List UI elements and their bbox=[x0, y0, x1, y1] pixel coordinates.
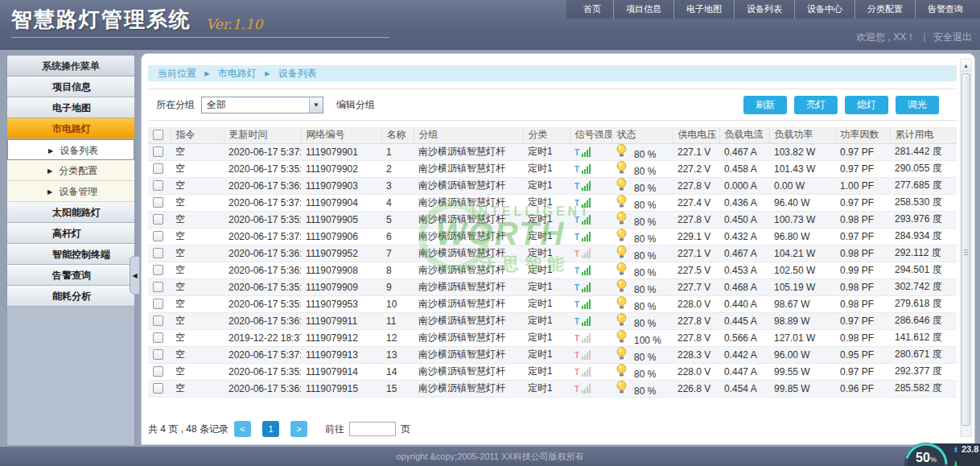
cell-power: 127.01 W bbox=[769, 329, 835, 346]
row-checkbox[interactable] bbox=[153, 299, 163, 309]
signal-bar bbox=[582, 357, 583, 360]
table-row: 空2020-06-17 5:35:4611190799055南沙横沥镇智慧灯杆定… bbox=[148, 211, 957, 228]
cell-time: 2020-06-17 5:35:46 bbox=[224, 211, 301, 228]
row-checkbox[interactable] bbox=[153, 366, 163, 377]
cell-net: 1119079912 bbox=[301, 329, 381, 346]
cell-energy: 141.612 度 bbox=[890, 329, 957, 346]
welcome-divider: | bbox=[924, 31, 926, 43]
table-row: 空2020-06-17 5:36:4111190799088南沙横沥镇智慧灯杆定… bbox=[148, 262, 957, 278]
sidebar-subitem[interactable]: ▶设备列表 bbox=[7, 139, 134, 160]
cell-group: 南沙横沥镇智慧灯杆 bbox=[414, 245, 523, 262]
cell-pf: 0.95 PF bbox=[835, 346, 890, 363]
cell-name: 15 bbox=[381, 380, 414, 397]
cell-current: 0.440 A bbox=[719, 295, 769, 312]
brightness-value: 80 % bbox=[634, 166, 656, 177]
breadcrumb-level2[interactable]: 设备列表 bbox=[278, 68, 317, 79]
content-panel: 当前位置 ▶ 市电路灯 ▶ 设备列表 所在分组 全部 ▼ 编辑分组 刷新 亮灯 … bbox=[141, 53, 975, 445]
sidebar-item-label: 太阳能路灯 bbox=[52, 207, 101, 218]
refresh-button[interactable]: 刷新 bbox=[743, 96, 787, 114]
bulb-icon bbox=[616, 144, 627, 160]
sidebar-item[interactable]: 高杆灯 bbox=[7, 223, 134, 244]
group-select[interactable]: 全部 ▼ bbox=[201, 97, 323, 113]
cell-signal: T bbox=[570, 380, 611, 397]
sidebar-item[interactable]: 市电路灯 bbox=[7, 118, 134, 139]
row-checkbox[interactable] bbox=[153, 349, 163, 360]
scroll-up-arrow-icon[interactable]: ▲ bbox=[961, 60, 971, 72]
next-page-button[interactable]: > bbox=[290, 421, 307, 437]
signal-bar bbox=[582, 188, 583, 191]
nav-item[interactable]: 告警查询 bbox=[915, 0, 975, 19]
signal-bar bbox=[584, 389, 586, 394]
cell-net: 1119079904 bbox=[301, 194, 381, 211]
row-checkbox[interactable] bbox=[153, 265, 163, 275]
cell-pf: 0.98 PF bbox=[835, 329, 890, 346]
cell-voltage: 228.3 V bbox=[673, 346, 719, 363]
sidebar-item[interactable]: 项目信息 bbox=[7, 76, 134, 97]
cell-time: 2019-12-22 18:37:28 bbox=[224, 329, 301, 346]
cell-cls: 定时1 bbox=[523, 346, 570, 363]
row-checkbox[interactable] bbox=[153, 383, 163, 394]
cell-cls: 定时1 bbox=[523, 194, 570, 211]
nav-item[interactable]: 设备列表 bbox=[734, 0, 794, 19]
cell-group: 南沙横沥镇智慧灯杆 bbox=[414, 194, 523, 211]
row-checkbox[interactable] bbox=[153, 315, 163, 326]
sidebar-subitem[interactable]: ▶设备管理 bbox=[7, 181, 134, 202]
current-page-button[interactable]: 1 bbox=[262, 421, 279, 437]
cell-current: 0.445 A bbox=[719, 312, 769, 329]
goto-page-input[interactable] bbox=[349, 422, 396, 436]
column-header: 功率因数 bbox=[835, 127, 890, 143]
row-checkbox[interactable] bbox=[153, 197, 163, 208]
sidebar-item[interactable]: 能耗分析 bbox=[7, 286, 134, 307]
cell-signal: T bbox=[570, 363, 611, 380]
nav-item[interactable]: 项目信息 bbox=[613, 0, 673, 19]
brightness-value: 80 % bbox=[634, 284, 656, 295]
submenu-arrow-icon: ▶ bbox=[48, 147, 53, 155]
sidebar-item[interactable]: 智能控制终端 bbox=[7, 244, 134, 265]
copyright-text: opyright &copy;2005-2011 XX科技公司版权所有 bbox=[396, 452, 583, 461]
cell-status: 80 % bbox=[611, 262, 673, 278]
column-header: 更新时间 bbox=[224, 127, 301, 143]
row-checkbox[interactable] bbox=[153, 180, 163, 191]
prev-page-button[interactable]: < bbox=[234, 421, 251, 437]
row-checkbox[interactable] bbox=[153, 214, 163, 225]
row-checkbox[interactable] bbox=[153, 231, 163, 241]
sidebar-item[interactable]: 太阳能路灯 bbox=[7, 202, 134, 223]
row-checkbox[interactable] bbox=[153, 163, 163, 174]
row-checkbox[interactable] bbox=[153, 248, 163, 258]
light-off-button[interactable]: 熄灯 bbox=[845, 96, 888, 114]
dimming-button[interactable]: 调光 bbox=[896, 96, 939, 114]
scrollbar-thumb[interactable] bbox=[961, 73, 970, 426]
nav-item[interactable]: 分类配置 bbox=[854, 0, 915, 19]
sidebar-subitem[interactable]: ▶分类配置 bbox=[7, 160, 134, 181]
dropdown-arrow-icon[interactable]: ▼ bbox=[309, 97, 323, 113]
row-checkbox[interactable] bbox=[153, 282, 163, 292]
select-all-checkbox[interactable] bbox=[153, 130, 163, 140]
nav-item[interactable]: 首页 bbox=[571, 0, 613, 19]
column-header: 信号强度 bbox=[570, 127, 611, 143]
sidebar-item[interactable]: 电子地图 bbox=[7, 97, 134, 118]
cell-voltage: 227.4 V bbox=[673, 194, 719, 211]
edit-group-link[interactable]: 编辑分组 bbox=[336, 98, 375, 112]
signal-bar bbox=[584, 237, 586, 241]
logout-link[interactable]: 安全退出 bbox=[933, 31, 972, 43]
breadcrumb-level1[interactable]: 市电路灯 bbox=[218, 68, 257, 79]
sidebar-item[interactable]: 告警查询 bbox=[7, 265, 134, 286]
signal-bar bbox=[584, 186, 586, 191]
column-header: 负载电流 bbox=[719, 127, 769, 143]
sidebar-collapse-handle[interactable]: ◀ bbox=[130, 256, 140, 295]
cell-current: 0.450 A bbox=[719, 211, 769, 228]
nav-item[interactable]: 电子地图 bbox=[673, 0, 734, 19]
pagination-summary: 共 4 页 , 48 条记录 bbox=[148, 423, 229, 436]
table-row: 空2020-06-17 5:36:19111907991111南沙横沥镇智慧灯杆… bbox=[148, 312, 957, 329]
nav-item[interactable]: 设备中心 bbox=[794, 0, 854, 19]
cell-time: 2020-06-17 5:36:34 bbox=[224, 177, 301, 194]
row-checkbox[interactable] bbox=[153, 332, 163, 343]
row-checkbox[interactable] bbox=[153, 146, 163, 157]
sidebar-item-label: 智能控制终端 bbox=[52, 249, 110, 260]
cell-energy: 294.501 度 bbox=[890, 262, 957, 278]
cell-signal: T bbox=[570, 295, 611, 312]
light-on-button[interactable]: 亮灯 bbox=[794, 96, 838, 114]
cell-net: 1119079903 bbox=[301, 177, 381, 194]
net-speed-widget[interactable]: 50% ⬆ 23.8 K/s ⬇ bbox=[900, 439, 980, 466]
vertical-scrollbar[interactable]: ▲ bbox=[960, 59, 972, 437]
